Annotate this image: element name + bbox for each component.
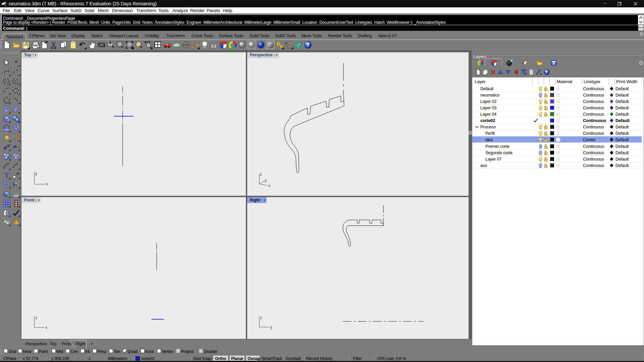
svg-text:y: y [270,325,272,329]
svg-text:x: x [268,183,270,188]
svg-text:y: y [265,178,267,182]
svg-text:T: T [4,171,9,179]
svg-text:?: ? [545,70,548,75]
svg-text:7: 7 [5,5,6,7]
svg-text:z: z [260,315,262,320]
svg-text:z: z [35,315,37,320]
svg-text:?: ? [306,42,310,48]
svg-text:y: y [35,171,37,176]
svg-text:x: x [46,182,48,186]
svg-text:z: z [260,172,262,177]
svg-text:x: x [45,325,47,330]
svg-text:?: ? [553,63,554,65]
